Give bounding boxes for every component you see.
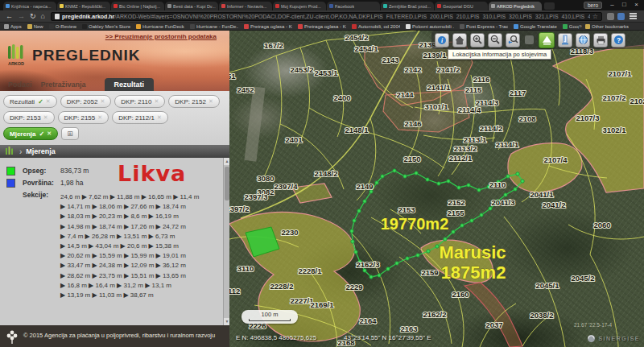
browser-tab[interactable]: Informer - Nezavis... — [219, 2, 272, 10]
bookmark-item[interactable]: Google Maps — [563, 24, 579, 29]
initial-extent-button[interactable] — [452, 33, 467, 48]
result-chip[interactable]: DKP: 2110✕ — [114, 95, 165, 108]
close-icon[interactable]: ✕ — [157, 114, 162, 121]
browser-tab[interactable]: KNMZ - Republički... — [57, 2, 110, 10]
zoom-out-button[interactable] — [488, 33, 502, 48]
measure-panel: Opseg: 836,73 m Površina: 1,98 ha Sekcij… — [0, 158, 229, 325]
parcel-label: 2401 — [285, 135, 303, 144]
sidebar-scrollbar[interactable] — [223, 158, 229, 325]
reload-icon[interactable] — [30, 11, 36, 22]
tab-favicon — [491, 4, 495, 8]
bookmark-item[interactable]: Hurricane FunDeck ... — [136, 24, 184, 29]
folder-icon — [27, 24, 32, 29]
close-icon[interactable]: ✕ — [47, 130, 52, 137]
browser-tab[interactable]: Knjižnica - napeća... — [3, 2, 56, 10]
result-chip[interactable]: DKP: 2153✕ — [3, 111, 55, 124]
bookmark-item[interactable]: Other bookmarks — [585, 24, 629, 29]
menu-icon[interactable] — [630, 13, 637, 14]
bookmark-item[interactable]: Pretraga oglasa - Ko... — [298, 24, 346, 29]
bookmark-star-icon[interactable] — [592, 13, 598, 20]
sidebar-tab-podaci[interactable]: Podaci — [6, 78, 39, 91]
close-icon[interactable]: ✕ — [100, 98, 105, 105]
location-info-button[interactable]: i — [435, 33, 449, 48]
map-toolbar: i? — [431, 31, 644, 49]
zoom-in-button[interactable] — [470, 33, 485, 48]
result-chip[interactable]: Mjerenja✓✕ — [3, 127, 58, 140]
browser-tab[interactable]: Geoportal DGU — [435, 2, 488, 10]
browser-tab[interactable]: Zemljište Brač prod... — [381, 2, 434, 10]
back-icon[interactable] — [6, 11, 13, 22]
bookmark-item[interactable]: Google Translate — [514, 24, 557, 29]
browser-tab[interactable]: ARKOD Preglednik — [489, 2, 542, 10]
legend-chip[interactable]: ⊞ — [61, 127, 79, 140]
parcel-label: 2142 — [404, 65, 421, 74]
page-icon — [55, 14, 60, 19]
folder-icon — [585, 24, 590, 29]
parcel-label: 2453/1 — [314, 68, 338, 77]
map-canvas[interactable]: 167/22454/22454/1214321422139/22139/1214… — [229, 31, 644, 347]
bookmarks-overflow-icon[interactable] — [579, 23, 582, 29]
svg-text:ARKOD: ARKOD — [8, 61, 24, 66]
browser-tab[interactable]: Besti data - Kupi Dv... — [165, 2, 218, 10]
previous-extent-button[interactable] — [506, 33, 520, 48]
overview-button[interactable] — [576, 33, 590, 48]
measurement-vertex — [395, 262, 398, 265]
print-button[interactable] — [593, 33, 608, 48]
help-button[interactable]: ? — [611, 33, 625, 48]
parcel-label: 2452 — [237, 85, 254, 94]
result-chip[interactable]: Rezultati✓✕ — [3, 95, 57, 108]
home-icon[interactable] — [41, 11, 45, 22]
browser-tab[interactable]: Facebook — [327, 2, 380, 10]
measurement-annotation: 1875m2 — [441, 262, 506, 283]
panel-header[interactable]: › Mjerenja — [0, 145, 229, 158]
close-icon[interactable]: ✕ — [154, 98, 159, 105]
bookmark-item[interactable]: O-Review — [49, 24, 76, 29]
result-chip[interactable]: DKP: 2155✕ — [58, 111, 109, 124]
measurement-vertex — [386, 267, 390, 271]
scroll-down-icon[interactable] — [224, 318, 229, 325]
bookmark-item[interactable]: Oakley Men's Store — [82, 24, 130, 29]
bookmark-item[interactable]: Pretraga oglasa - Ku... — [244, 24, 292, 29]
result-chip[interactable]: DKP: 2152✕ — [168, 95, 220, 108]
bookmark-item[interactable]: Post Express - Track ... — [460, 24, 508, 29]
window-controls: bero — [584, 1, 642, 9]
browser-tab[interactable]: Moj Kupujem Prod... — [273, 2, 326, 10]
sidebar-tab-rezultati[interactable]: Rezultati — [105, 78, 155, 91]
sinergise-logo-icon — [587, 334, 596, 343]
forward-icon[interactable] — [18, 11, 25, 22]
url-bar[interactable]: preglednik.arkod.hr /ARKOD-Web/#layers=O… — [51, 12, 602, 21]
other-bookmarks[interactable]: Other bookmarks — [585, 24, 634, 29]
sidebar-tab-pretraživanja[interactable]: Pretraživanja — [39, 78, 93, 91]
gravel-road — [244, 86, 265, 161]
new-tab-button[interactable] — [544, 2, 555, 10]
scroll-up-icon[interactable] — [224, 158, 229, 165]
bookmark-item[interactable]: New — [27, 24, 43, 29]
measurement-vertex — [437, 182, 440, 185]
profile-button[interactable]: bero — [584, 2, 602, 9]
bookmark-favicon — [82, 24, 87, 29]
close-icon[interactable]: ✕ — [208, 98, 213, 105]
extension-icon[interactable] — [617, 13, 625, 20]
chip-label: DKP: 2112/1 — [118, 114, 155, 122]
bookmark-item[interactable]: Automobili, od 2004... — [352, 24, 400, 29]
bookmark-item[interactable]: Hurricane - FunDe... — [190, 24, 238, 29]
section-measurement: ▶ 13,19 m ▶ 11,03 m ▶ 38,67 m — [60, 291, 217, 300]
maximize-icon[interactable] — [618, 1, 630, 9]
result-chip[interactable]: DKP: 2112/1✕ — [112, 111, 168, 124]
extension-icon[interactable] — [607, 13, 614, 20]
bookmark-item[interactable]: Apps — [4, 24, 22, 29]
close-icon[interactable]: ✕ — [43, 114, 48, 121]
app-brand: ARKOD PREGLEDNIK — [6, 44, 141, 67]
close-icon[interactable]: ✕ — [97, 114, 102, 121]
close-icon[interactable]: ✕ — [46, 98, 51, 105]
bookmark-item[interactable]: Polovni automobili ... — [406, 24, 454, 29]
parcel-label: 2141/1 — [427, 83, 451, 92]
download-data-link[interactable]: >> Preuzimanje prostornih podataka — [105, 33, 217, 40]
browser-tab[interactable]: Bic Online | Najbolj... — [111, 2, 164, 10]
minimize-icon[interactable] — [606, 1, 618, 9]
measure-area-button[interactable] — [539, 32, 555, 48]
result-chip[interactable]: DKP: 2052✕ — [60, 95, 112, 108]
measurement-vertex — [477, 188, 481, 192]
close-icon[interactable] — [630, 1, 642, 9]
measure-length-button[interactable] — [558, 33, 572, 48]
